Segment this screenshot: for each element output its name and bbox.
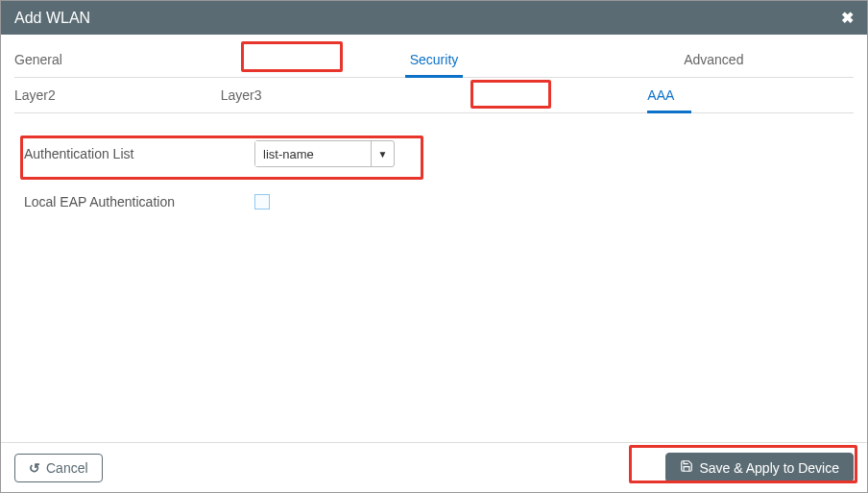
tab-advanced[interactable]: Advanced [574,44,854,77]
cancel-label: Cancel [46,460,88,476]
undo-icon: ↺ [29,460,40,476]
sub-tabs: Layer2 Layer3 AAA [14,80,854,113]
save-apply-button[interactable]: Save & Apply to Device [665,453,854,482]
subtab-layer3[interactable]: Layer3 [221,80,427,112]
local-eap-checkbox[interactable] [254,194,270,210]
tab-security-label: Security [410,52,459,67]
add-wlan-modal: Add WLAN ✖ General Security Advanced Lay… [0,0,868,493]
subtab-aaa-label: AAA [647,87,674,103]
local-eap-label: Local EAP Authentication [24,194,254,210]
auth-list-label: Authentication List [24,146,254,161]
cancel-button[interactable]: ↺ Cancel [14,454,103,482]
modal-footer: ↺ Cancel Save & Apply to Device [1,442,867,492]
auth-list-combobox[interactable]: ▼ [254,140,395,167]
subtab-layer2[interactable]: Layer2 [14,80,221,112]
tab-general-label: General [14,52,62,67]
save-icon [680,459,693,476]
modal-header: Add WLAN ✖ [1,1,867,35]
chevron-down-icon[interactable]: ▼ [371,141,394,166]
local-eap-row: Local EAP Authentication [24,194,844,210]
form-area: Authentication List ▼ Local EAP Authenti… [14,113,854,246]
close-icon[interactable]: ✖ [841,9,854,27]
main-tabs: General Security Advanced [14,44,854,78]
tab-security[interactable]: Security [294,44,573,77]
subtab-layer3-label: Layer3 [221,87,262,103]
tab-general[interactable]: General [14,44,294,77]
auth-list-row: Authentication List ▼ [24,140,844,167]
tab-advanced-label: Advanced [684,52,743,67]
modal-title: Add WLAN [14,10,90,27]
subtab-aaa[interactable]: AAA [426,80,854,112]
auth-list-input[interactable] [255,141,371,166]
subtab-layer2-label: Layer2 [14,87,56,103]
modal-body: General Security Advanced Layer2 Layer3 … [1,35,867,442]
save-label: Save & Apply to Device [699,460,839,476]
